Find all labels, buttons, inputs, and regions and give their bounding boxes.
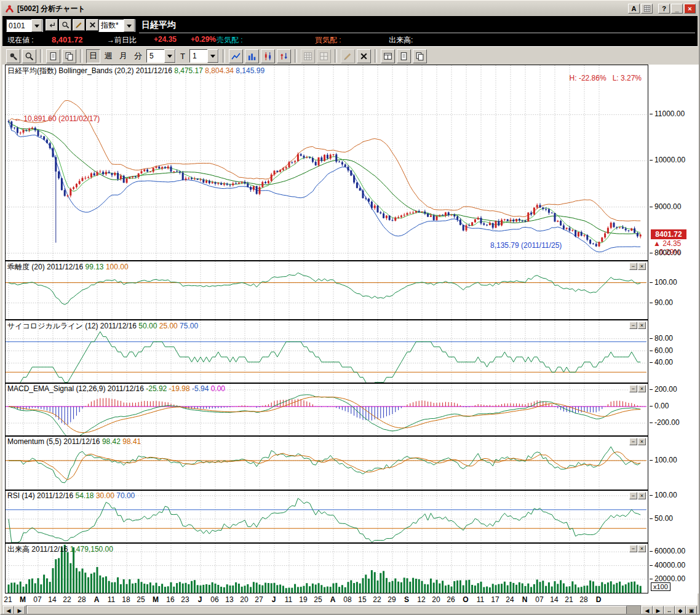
new-window-button[interactable] [62, 49, 76, 63]
low-annotation: 8,135.79 (2011/11/25) [490, 241, 562, 250]
copy-page-button[interactable] [46, 49, 60, 63]
main-price-plot[interactable] [6, 65, 646, 260]
volume-plot[interactable] [6, 544, 646, 593]
dropdown-arrow-icon[interactable] [31, 19, 42, 32]
layout-icon [383, 52, 392, 61]
panel-minimize-button[interactable]: − [629, 438, 637, 445]
rsi-plot[interactable] [6, 491, 646, 542]
axis-label: 40.00 [654, 358, 673, 367]
pan-right-button[interactable]: ▶ [653, 606, 664, 615]
stock-code-value: 0101 [7, 22, 31, 30]
zoom-tool-button[interactable] [22, 49, 36, 63]
expand-range-button[interactable]: ↔ [664, 606, 675, 615]
panel-volume: 出来高 2011/12/16 1,479,150.00 − × [6, 542, 648, 593]
scrollbar-thumb[interactable] [27, 606, 627, 615]
current-price-label: 現在値 : [7, 35, 34, 46]
center-view-button[interactable]: ◆ [675, 606, 686, 615]
compare-chart-button[interactable] [277, 49, 291, 63]
axis-tick [650, 303, 653, 303]
scrollbar-track[interactable] [26, 605, 641, 615]
time-axis-label: 14 [548, 595, 560, 604]
dropdown-arrow-icon[interactable] [164, 49, 175, 63]
pin-icon [9, 52, 18, 61]
scroll-left-button[interactable]: ◀ [3, 606, 14, 615]
period-day-button[interactable]: 日 [86, 49, 100, 63]
period-minute-button[interactable]: 分 [132, 50, 145, 62]
font-size-button[interactable]: A [628, 4, 640, 14]
bar-chart-button[interactable] [245, 49, 259, 63]
window-title: [5002] 分析チャート [17, 4, 628, 14]
time-axis-label: 06 [209, 595, 221, 604]
horizontal-scrollbar[interactable]: ◀▶◀▶↔◆▣ [2, 605, 698, 615]
macd-plot[interactable] [6, 384, 646, 435]
panel-close-button[interactable]: × [638, 263, 646, 270]
time-axis-label: J [194, 595, 206, 604]
zoom-icon [25, 52, 34, 61]
panel-close-button[interactable]: × [638, 545, 646, 552]
psychological-plot[interactable] [6, 320, 646, 383]
period-month-button[interactable]: 月 [117, 50, 130, 62]
save-chart-button[interactable] [397, 49, 411, 63]
axis-label: 10000.00 [654, 156, 685, 164]
titlebar[interactable]: [5002] 分析チャート A ? _ × [2, 2, 698, 15]
window-layout-button[interactable] [381, 49, 395, 63]
time-axis-label: 25 [312, 595, 324, 604]
page-icon [49, 52, 58, 61]
search-code-button[interactable] [59, 19, 71, 31]
axis-tick [650, 551, 653, 552]
tick-interval-select[interactable]: 1 [189, 49, 219, 63]
index-select[interactable]: 指数* [98, 19, 135, 32]
clear-draw-button[interactable] [357, 49, 371, 63]
axis-label: 60000.00 [654, 547, 685, 555]
panel-close-button[interactable]: × [638, 492, 646, 499]
panel-minimize-button[interactable]: − [629, 322, 637, 329]
deviation-plot[interactable] [6, 261, 646, 319]
zoom-icon [62, 21, 70, 29]
app-icon [4, 4, 15, 14]
axis-label: 40000.00 [654, 561, 685, 569]
time-axis-label: 07 [533, 595, 546, 604]
panel-minimize-button[interactable]: − [629, 263, 637, 270]
time-axis-label: 21 [2, 595, 14, 604]
panel-close-button[interactable]: × [638, 385, 646, 392]
scroll-right-button[interactable]: ▶ [14, 606, 25, 615]
page2-icon [65, 52, 74, 61]
candle-chart-button[interactable] [261, 49, 275, 63]
axis-tick [650, 565, 653, 566]
dropdown-arrow-icon[interactable] [124, 19, 135, 32]
period-week-button[interactable]: 週 [102, 50, 115, 62]
help-button[interactable]: ? [658, 4, 670, 14]
fit-view-button[interactable]: ▣ [686, 606, 697, 615]
layout-grid-button[interactable] [641, 4, 653, 14]
pan-left-button[interactable]: ◀ [642, 606, 653, 615]
apply-code-button[interactable] [46, 19, 58, 31]
dropdown-arrow-icon[interactable] [207, 49, 218, 63]
axis-tick [650, 351, 653, 351]
symbol-name: 日経平均 [141, 20, 176, 31]
momentum-plot[interactable] [6, 437, 646, 490]
line-chart-button[interactable] [229, 49, 243, 63]
pin-tool-button[interactable] [6, 49, 20, 63]
panel-minimize-button[interactable]: − [629, 492, 637, 499]
close-button[interactable]: × [684, 4, 696, 14]
axis-label: 200.00 [654, 385, 677, 394]
axis-tick [650, 423, 653, 423]
axis-tick [650, 362, 653, 363]
time-axis-label: 22 [61, 595, 73, 604]
xmark-icon [359, 52, 368, 61]
panel-minimize-button[interactable]: − [629, 545, 637, 552]
print-chart-button[interactable] [413, 49, 427, 63]
change-label: →前日比 [107, 35, 137, 46]
stock-code-input[interactable]: 0101 [6, 19, 43, 32]
clear-code-button[interactable] [86, 19, 98, 31]
panel-minimize-button[interactable]: − [629, 385, 637, 392]
minute-interval-select[interactable]: 5 [146, 49, 176, 63]
time-axis-label: 22 [371, 595, 383, 604]
minimize-button[interactable]: _ [671, 4, 683, 14]
panel-close-button[interactable]: × [638, 438, 646, 445]
time-axis-label: 20 [430, 595, 442, 604]
time-axis-label: 28 [578, 595, 590, 604]
edit-list-button[interactable] [73, 19, 85, 31]
panel-close-button[interactable]: × [638, 322, 646, 329]
time-axis-label: 14 [46, 595, 58, 604]
